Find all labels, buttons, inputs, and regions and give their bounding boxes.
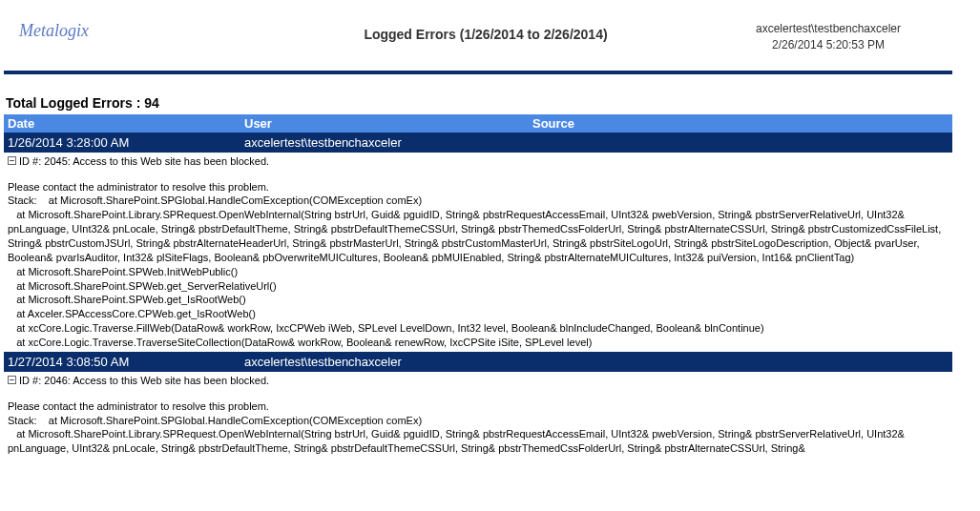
report-title: Logged Errors (1/26/2014 to 2/26/2014) — [267, 15, 704, 42]
column-header-date: Date — [8, 116, 244, 131]
collapse-toggle-icon[interactable]: − — [8, 156, 16, 165]
entry-source — [532, 355, 949, 369]
entry-stack-trace: Stack: at Microsoft.SharePoint.SPGlobal.… — [8, 414, 950, 457]
header-timestamp: 2/26/2014 5:20:53 PM — [704, 37, 952, 53]
entry-date: 1/26/2014 3:28:00 AM — [8, 135, 244, 150]
entry-header: 1/27/2014 3:08:50 AM axcelertest\testben… — [4, 352, 952, 372]
entry-source — [532, 135, 949, 150]
entry-user: axcelertest\testbenchaxceler — [244, 135, 532, 150]
column-header-user: User — [244, 116, 532, 131]
entry-id-text: ID #: 2045: Access to this Web site has … — [19, 155, 269, 167]
entry-id-row: − ID #: 2046: Access to this Web site ha… — [4, 372, 952, 388]
column-headers: Date User Source — [4, 114, 952, 133]
entry-message: Please contact the administrator to reso… — [8, 180, 950, 194]
brand-logo: Metalogix — [19, 15, 267, 41]
entry-message-block: Please contact the administrator to reso… — [4, 398, 952, 458]
report-content: Metalogix Logged Errors (1/26/2014 to 2/… — [0, 0, 964, 496]
entry-user: axcelertest\testbenchaxceler — [244, 355, 532, 369]
header-user-info: axcelertest\testbenchaxceler 2/26/2014 5… — [704, 15, 952, 53]
entry-message-block: Please contact the administrator to reso… — [4, 178, 952, 352]
scroll-area[interactable]: Metalogix Logged Errors (1/26/2014 to 2/… — [0, 0, 964, 511]
entry-date: 1/27/2014 3:08:50 AM — [8, 355, 244, 369]
header-username: axcelertest\testbenchaxceler — [704, 21, 952, 37]
entry-message: Please contact the administrator to reso… — [8, 399, 950, 414]
report-header: Metalogix Logged Errors (1/26/2014 to 2/… — [4, 8, 952, 71]
entry-header: 1/26/2014 3:28:00 AM axcelertest\testben… — [4, 133, 952, 153]
report-viewport: Metalogix Logged Errors (1/26/2014 to 2/… — [0, 0, 980, 511]
entry-id-row: − ID #: 2045: Access to this Web site ha… — [4, 153, 952, 169]
entry-id-text: ID #: 2046: Access to this Web site has … — [19, 375, 269, 386]
header-divider — [4, 71, 952, 74]
collapse-toggle-icon[interactable]: − — [8, 376, 16, 384]
column-header-source: Source — [532, 116, 949, 131]
total-logged-errors: Total Logged Errors : 94 — [4, 95, 952, 111]
entry-stack-trace: Stack: at Microsoft.SharePoint.SPGlobal.… — [8, 194, 950, 349]
